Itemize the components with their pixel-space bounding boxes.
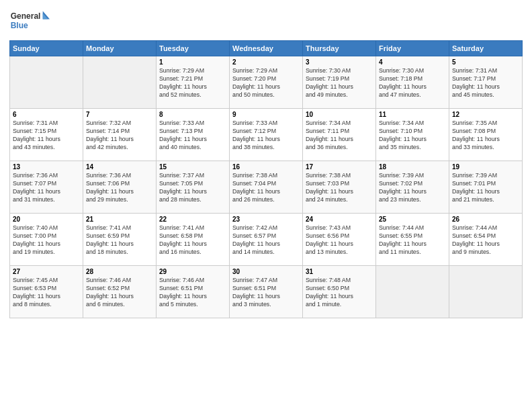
day-info: Sunrise: 7:30 AMSunset: 7:18 PMDaylight:… (379, 67, 446, 99)
day-number: 5 (452, 58, 519, 66)
calendar-header-row: SundayMondayTuesdayWednesdayThursdayFrid… (10, 41, 523, 56)
day-number: 11 (379, 111, 446, 118)
day-info: Sunrise: 7:45 AMSunset: 6:53 PMDaylight:… (13, 277, 80, 309)
day-number: 18 (379, 163, 446, 171)
day-number: 6 (13, 111, 80, 118)
calendar-header-tuesday: Tuesday (157, 41, 230, 56)
day-number: 29 (159, 268, 226, 275)
calendar-cell: 12Sunrise: 7:35 AMSunset: 7:08 PMDayligh… (449, 109, 523, 161)
day-info: Sunrise: 7:38 AMSunset: 7:04 PMDaylight:… (232, 172, 300, 204)
calendar-cell: 14Sunrise: 7:36 AMSunset: 7:06 PMDayligh… (83, 161, 157, 214)
calendar-cell: 9Sunrise: 7:33 AMSunset: 7:12 PMDaylight… (230, 109, 303, 161)
logo: General Blue (9, 7, 50, 35)
calendar-cell (10, 56, 83, 109)
day-number: 31 (306, 268, 373, 275)
day-number: 10 (306, 111, 373, 118)
day-number: 25 (379, 216, 446, 223)
day-info: Sunrise: 7:41 AMSunset: 6:59 PMDaylight:… (86, 224, 153, 257)
svg-text:Blue: Blue (11, 21, 28, 30)
calendar-cell: 31Sunrise: 7:48 AMSunset: 6:50 PMDayligh… (303, 266, 376, 318)
day-info: Sunrise: 7:33 AMSunset: 7:12 PMDaylight:… (232, 120, 300, 152)
calendar-week-4: 20Sunrise: 7:40 AMSunset: 7:00 PMDayligh… (10, 214, 523, 266)
day-info: Sunrise: 7:39 AMSunset: 7:01 PMDaylight:… (452, 172, 519, 204)
day-number: 7 (86, 111, 153, 118)
day-info: Sunrise: 7:47 AMSunset: 6:51 PMDaylight:… (232, 277, 300, 309)
day-info: Sunrise: 7:34 AMSunset: 7:11 PMDaylight:… (306, 120, 373, 152)
day-number: 8 (159, 111, 226, 118)
day-info: Sunrise: 7:33 AMSunset: 7:13 PMDaylight:… (159, 120, 226, 152)
calendar-cell: 26Sunrise: 7:44 AMSunset: 6:54 PMDayligh… (449, 214, 523, 266)
day-number: 13 (13, 163, 80, 171)
calendar-cell: 19Sunrise: 7:39 AMSunset: 7:01 PMDayligh… (449, 161, 523, 214)
page-header: General Blue (9, 7, 523, 35)
day-number: 27 (13, 268, 80, 275)
calendar-cell: 10Sunrise: 7:34 AMSunset: 7:11 PMDayligh… (303, 109, 376, 161)
day-number: 17 (306, 163, 373, 171)
day-number: 14 (86, 163, 153, 171)
day-info: Sunrise: 7:34 AMSunset: 7:10 PMDaylight:… (379, 120, 446, 152)
calendar-header-wednesday: Wednesday (230, 41, 303, 56)
calendar-cell: 3Sunrise: 7:30 AMSunset: 7:19 PMDaylight… (303, 56, 376, 109)
day-number: 28 (86, 268, 153, 275)
calendar-header-monday: Monday (83, 41, 157, 56)
calendar-cell: 21Sunrise: 7:41 AMSunset: 6:59 PMDayligh… (83, 214, 157, 266)
calendar-week-1: 1Sunrise: 7:29 AMSunset: 7:21 PMDaylight… (10, 56, 523, 109)
day-info: Sunrise: 7:37 AMSunset: 7:05 PMDaylight:… (159, 172, 226, 204)
calendar-header-thursday: Thursday (303, 41, 376, 56)
day-info: Sunrise: 7:36 AMSunset: 7:06 PMDaylight:… (86, 172, 153, 204)
day-info: Sunrise: 7:29 AMSunset: 7:20 PMDaylight:… (232, 67, 300, 99)
day-number: 30 (232, 268, 300, 275)
day-number: 12 (452, 111, 519, 118)
day-info: Sunrise: 7:39 AMSunset: 7:02 PMDaylight:… (379, 172, 446, 204)
day-info: Sunrise: 7:35 AMSunset: 7:08 PMDaylight:… (452, 120, 519, 152)
svg-text:General: General (11, 11, 41, 21)
day-info: Sunrise: 7:31 AMSunset: 7:15 PMDaylight:… (13, 120, 80, 152)
calendar-cell: 4Sunrise: 7:30 AMSunset: 7:18 PMDaylight… (376, 56, 449, 109)
calendar-cell: 28Sunrise: 7:46 AMSunset: 6:52 PMDayligh… (83, 266, 157, 318)
day-info: Sunrise: 7:29 AMSunset: 7:21 PMDaylight:… (159, 67, 226, 99)
calendar-cell: 13Sunrise: 7:36 AMSunset: 7:07 PMDayligh… (10, 161, 83, 214)
calendar-cell: 2Sunrise: 7:29 AMSunset: 7:20 PMDaylight… (230, 56, 303, 109)
calendar-cell (83, 56, 157, 109)
day-info: Sunrise: 7:46 AMSunset: 6:52 PMDaylight:… (86, 277, 153, 309)
day-info: Sunrise: 7:38 AMSunset: 7:03 PMDaylight:… (306, 172, 373, 204)
calendar-cell: 7Sunrise: 7:32 AMSunset: 7:14 PMDaylight… (83, 109, 157, 161)
calendar-header-friday: Friday (376, 41, 449, 56)
day-info: Sunrise: 7:41 AMSunset: 6:58 PMDaylight:… (159, 224, 226, 257)
day-number: 22 (159, 216, 226, 223)
day-info: Sunrise: 7:43 AMSunset: 6:56 PMDaylight:… (306, 224, 373, 257)
day-number: 16 (232, 163, 300, 171)
day-number: 24 (306, 216, 373, 223)
calendar-cell: 22Sunrise: 7:41 AMSunset: 6:58 PMDayligh… (157, 214, 230, 266)
calendar-cell: 11Sunrise: 7:34 AMSunset: 7:10 PMDayligh… (376, 109, 449, 161)
calendar-table: SundayMondayTuesdayWednesdayThursdayFrid… (9, 40, 523, 318)
day-number: 20 (13, 216, 80, 223)
calendar-week-2: 6Sunrise: 7:31 AMSunset: 7:15 PMDaylight… (10, 109, 523, 161)
day-info: Sunrise: 7:30 AMSunset: 7:19 PMDaylight:… (306, 67, 373, 99)
day-info: Sunrise: 7:48 AMSunset: 6:50 PMDaylight:… (306, 277, 373, 309)
day-number: 2 (232, 58, 300, 66)
day-number: 21 (86, 216, 153, 223)
day-info: Sunrise: 7:31 AMSunset: 7:17 PMDaylight:… (452, 67, 519, 99)
day-number: 23 (232, 216, 300, 223)
calendar-cell: 23Sunrise: 7:42 AMSunset: 6:57 PMDayligh… (230, 214, 303, 266)
day-info: Sunrise: 7:42 AMSunset: 6:57 PMDaylight:… (232, 224, 300, 257)
calendar-cell: 20Sunrise: 7:40 AMSunset: 7:00 PMDayligh… (10, 214, 83, 266)
calendar-cell: 17Sunrise: 7:38 AMSunset: 7:03 PMDayligh… (303, 161, 376, 214)
day-number: 4 (379, 58, 446, 66)
logo-svg: General Blue (9, 7, 50, 35)
calendar-header-saturday: Saturday (449, 41, 523, 56)
calendar-cell: 8Sunrise: 7:33 AMSunset: 7:13 PMDaylight… (157, 109, 230, 161)
day-number: 19 (452, 163, 519, 171)
day-info: Sunrise: 7:36 AMSunset: 7:07 PMDaylight:… (13, 172, 80, 204)
calendar-cell: 25Sunrise: 7:44 AMSunset: 6:55 PMDayligh… (376, 214, 449, 266)
calendar-week-5: 27Sunrise: 7:45 AMSunset: 6:53 PMDayligh… (10, 266, 523, 318)
calendar-cell: 16Sunrise: 7:38 AMSunset: 7:04 PMDayligh… (230, 161, 303, 214)
calendar-cell: 1Sunrise: 7:29 AMSunset: 7:21 PMDaylight… (157, 56, 230, 109)
calendar-cell: 27Sunrise: 7:45 AMSunset: 6:53 PMDayligh… (10, 266, 83, 318)
calendar-cell: 29Sunrise: 7:46 AMSunset: 6:51 PMDayligh… (157, 266, 230, 318)
calendar-cell: 30Sunrise: 7:47 AMSunset: 6:51 PMDayligh… (230, 266, 303, 318)
calendar-cell (449, 266, 523, 318)
calendar-cell: 5Sunrise: 7:31 AMSunset: 7:17 PMDaylight… (449, 56, 523, 109)
day-info: Sunrise: 7:32 AMSunset: 7:14 PMDaylight:… (86, 120, 153, 152)
